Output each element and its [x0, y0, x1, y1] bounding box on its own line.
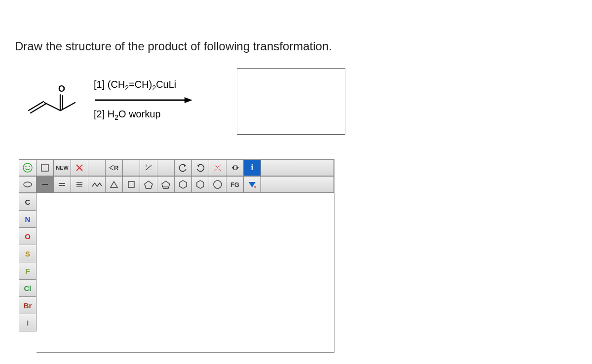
question-prompt: Draw the structure of the product of fol… — [0, 0, 592, 53]
double-bond-button[interactable] — [53, 176, 71, 193]
delete-x-icon — [75, 163, 84, 172]
structure-editor: NEW R + − — [19, 159, 334, 353]
ring-3-button[interactable] — [105, 176, 123, 193]
smile-button[interactable] — [19, 159, 37, 176]
toolbar-row2-tail — [260, 176, 334, 193]
triple-bond-button[interactable] — [71, 176, 88, 193]
toolbar-row-1: NEW R + − — [19, 159, 334, 176]
chain-icon — [91, 181, 102, 188]
svg-marker-41 — [197, 181, 204, 188]
element-s-button[interactable]: S — [19, 245, 37, 262]
lasso-icon — [23, 181, 33, 188]
delete-button[interactable] — [71, 159, 88, 176]
more-triangle-icon — [248, 181, 257, 188]
redo-button[interactable] — [191, 159, 209, 176]
svg-point-10 — [25, 166, 26, 167]
element-n-button[interactable]: N — [19, 210, 37, 228]
heptagon-icon — [213, 180, 222, 189]
reaction-arrow — [94, 97, 192, 104]
svg-marker-25 — [232, 166, 234, 170]
fg-button[interactable]: FG — [226, 176, 244, 193]
svg-marker-38 — [162, 181, 170, 188]
r-group-button[interactable]: R — [105, 159, 123, 176]
svg-marker-35 — [111, 182, 117, 187]
ring-5a-button[interactable] — [140, 176, 157, 193]
ring-4-button[interactable] — [122, 176, 140, 193]
svg-line-16 — [110, 168, 113, 170]
single-bond-icon — [40, 180, 49, 189]
pentagon-alt-icon — [161, 180, 171, 189]
more-tools-button[interactable] — [243, 176, 261, 193]
svg-rect-36 — [128, 182, 134, 187]
hexagon-alt-icon — [195, 180, 205, 189]
condition-1: [1] (CH2=CH)2CuLi — [94, 79, 207, 92]
single-bond-button[interactable] — [36, 176, 54, 193]
smile-icon — [22, 162, 33, 173]
element-c-button[interactable]: C — [19, 193, 37, 211]
marquee-select-button[interactable] — [36, 159, 54, 176]
svg-text:−: − — [149, 167, 152, 172]
pentagon-icon — [144, 180, 153, 189]
reaction-scheme: O [1] (CH2=CH)2CuLi [2] H2O workup — [0, 53, 592, 154]
toolbar-gap-3 — [157, 159, 175, 176]
svg-rect-12 — [41, 164, 48, 171]
charge-button[interactable]: + − — [140, 159, 157, 176]
svg-marker-40 — [180, 181, 186, 188]
svg-point-9 — [23, 163, 32, 172]
ring-6a-button[interactable] — [174, 176, 192, 193]
ring-7-button[interactable] — [209, 176, 226, 193]
element-o-button[interactable]: O — [19, 227, 37, 245]
element-br-button[interactable]: Br — [19, 296, 37, 314]
new-button[interactable]: NEW — [53, 159, 71, 176]
chain-button[interactable] — [88, 176, 106, 193]
redo-icon — [195, 163, 205, 172]
svg-text:R: R — [114, 164, 119, 172]
svg-point-42 — [214, 181, 222, 188]
toolbar-row-2: FG — [19, 176, 334, 193]
svg-text:+: + — [145, 163, 148, 169]
hexagon-icon — [178, 180, 188, 189]
triangle-icon — [109, 180, 119, 189]
ring-5b-button[interactable] — [157, 176, 175, 193]
cut-icon — [213, 163, 222, 172]
info-button[interactable]: i — [243, 159, 261, 176]
svg-marker-8 — [185, 97, 192, 103]
svg-line-15 — [110, 165, 113, 168]
element-toolbar: C N O S F Cl Br I — [19, 193, 37, 353]
element-i-button[interactable]: I — [19, 314, 37, 331]
svg-marker-44 — [254, 186, 256, 188]
info-icon: i — [251, 163, 254, 173]
triple-bond-icon — [75, 180, 84, 189]
element-cl-button[interactable]: Cl — [19, 279, 37, 297]
charge-icon: + − — [144, 163, 153, 172]
svg-rect-26 — [234, 166, 237, 170]
svg-point-28 — [24, 182, 32, 187]
svg-point-11 — [29, 166, 30, 167]
double-bond-icon — [58, 180, 67, 189]
condition-2: [2] H2O workup — [94, 109, 207, 121]
toolbar-gap-2 — [122, 159, 140, 176]
marquee-icon — [40, 163, 49, 172]
element-f-button[interactable]: F — [19, 262, 37, 280]
svg-line-2 — [44, 103, 60, 110]
r-group-icon: R — [109, 164, 119, 172]
drawing-canvas[interactable] — [37, 193, 334, 353]
svg-marker-37 — [145, 181, 152, 188]
toolbar-gap-1 — [88, 159, 106, 176]
reactant-structure: O — [25, 82, 79, 121]
svg-text:O: O — [58, 84, 65, 94]
cut-button[interactable] — [209, 159, 226, 176]
toolbar-row1-tail — [260, 159, 334, 176]
undo-button[interactable] — [174, 159, 192, 176]
resize-icon — [230, 163, 240, 172]
lasso-select-button[interactable] — [19, 176, 37, 193]
svg-marker-27 — [237, 166, 239, 170]
undo-icon — [178, 163, 188, 172]
svg-line-24 — [215, 165, 221, 171]
product-answer-box[interactable] — [237, 68, 345, 135]
ring-6b-button[interactable] — [191, 176, 209, 193]
square-icon — [127, 180, 136, 189]
reaction-conditions: [1] (CH2=CH)2CuLi [2] H2O workup — [94, 79, 207, 124]
resize-button[interactable] — [226, 159, 244, 176]
